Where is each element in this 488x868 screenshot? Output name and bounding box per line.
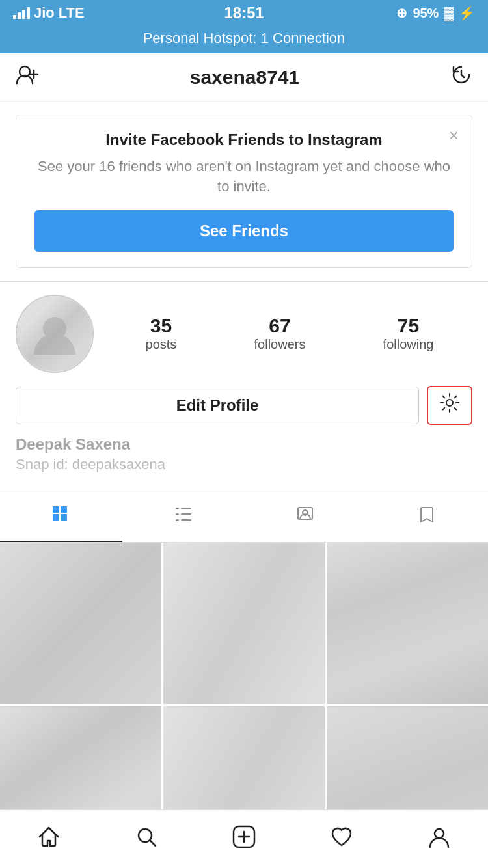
stats-row: 35 posts 67 followers 75 following	[107, 315, 472, 352]
status-left: Jio LTE	[13, 5, 85, 21]
profile-section: 35 posts 67 followers 75 following Edit …	[0, 282, 488, 480]
add-icon	[232, 825, 256, 854]
invite-close-button[interactable]: ×	[449, 126, 459, 146]
followers-count: 67	[254, 315, 306, 337]
tagged-icon	[295, 505, 315, 529]
profile-top: 35 posts 67 followers 75 following	[16, 295, 472, 373]
add-user-button[interactable]	[16, 65, 39, 89]
settings-gear-icon	[439, 392, 460, 418]
nav-profile-button[interactable]	[413, 820, 465, 859]
following-label: following	[383, 337, 434, 351]
nav-home-button[interactable]	[23, 820, 75, 859]
tab-list[interactable]	[122, 493, 245, 542]
svg-rect-7	[53, 514, 59, 521]
invite-description: See your 16 friends who aren't on Instag…	[34, 157, 454, 197]
edit-profile-row: Edit Profile	[16, 386, 472, 425]
hotspot-text: Personal Hotspot: 1 Connection	[143, 30, 346, 46]
settings-button[interactable]	[427, 386, 472, 425]
saved-icon	[417, 505, 437, 529]
charging-icon: ⚡	[459, 5, 475, 21]
svg-line-18	[150, 840, 156, 846]
invite-card: × Invite Facebook Friends to Instagram S…	[16, 115, 472, 268]
svg-rect-13	[176, 513, 179, 515]
grid-icon	[51, 505, 71, 529]
svg-rect-14	[176, 519, 179, 521]
nav-add-button[interactable]	[218, 820, 270, 859]
invite-title: Invite Facebook Friends to Instagram	[34, 131, 454, 149]
svg-point-4	[446, 400, 453, 406]
followers-stat[interactable]: 67 followers	[254, 315, 306, 352]
svg-rect-9	[181, 508, 191, 509]
svg-rect-10	[181, 513, 191, 515]
photo-cell[interactable]	[163, 543, 325, 704]
svg-rect-5	[53, 506, 59, 513]
hotspot-bar: Personal Hotspot: 1 Connection	[0, 26, 488, 53]
profile-handle: Snap id: deepaksaxena	[16, 456, 472, 473]
profile-name: Deepak Saxena	[16, 435, 472, 454]
svg-point-22	[435, 829, 444, 838]
close-icon: ×	[449, 126, 459, 145]
svg-rect-6	[61, 506, 67, 513]
tab-grid[interactable]	[0, 493, 122, 542]
tab-saved[interactable]	[366, 493, 489, 542]
status-bar: Jio LTE 18:51 ⊕ 95% ▓ ⚡	[0, 0, 488, 26]
nav-search-button[interactable]	[120, 820, 172, 859]
following-count: 75	[383, 315, 434, 337]
battery-icon: ▓	[444, 6, 454, 21]
svg-rect-8	[61, 514, 67, 521]
followers-label: followers	[254, 337, 306, 351]
tab-tagged[interactable]	[244, 493, 366, 542]
history-button[interactable]	[450, 64, 472, 90]
heart-icon	[330, 825, 353, 854]
nav-username: saxena8741	[190, 66, 300, 88]
posts-label: posts	[146, 337, 177, 351]
following-stat[interactable]: 75 following	[383, 315, 434, 352]
signal-icon	[13, 7, 30, 19]
location-icon: ⊕	[396, 5, 407, 21]
see-friends-button[interactable]: See Friends	[34, 210, 454, 252]
list-icon	[173, 505, 193, 529]
add-user-icon	[16, 67, 39, 88]
status-right: ⊕ 95% ▓ ⚡	[396, 5, 475, 21]
edit-profile-button[interactable]: Edit Profile	[16, 387, 419, 424]
photo-cell[interactable]	[0, 543, 161, 704]
top-nav: saxena8741	[0, 53, 488, 102]
bottom-nav	[0, 809, 488, 868]
posts-count: 35	[146, 315, 177, 337]
home-icon	[37, 825, 61, 854]
profile-icon	[427, 825, 451, 854]
battery-percent: 95%	[413, 6, 439, 21]
network-type: LTE	[59, 5, 85, 21]
svg-rect-12	[176, 508, 179, 509]
svg-rect-11	[181, 519, 191, 521]
history-icon	[450, 68, 472, 90]
avatar	[16, 295, 94, 373]
search-icon	[135, 825, 158, 854]
nav-activity-button[interactable]	[316, 820, 368, 859]
carrier-label: Jio	[34, 5, 55, 21]
status-time: 18:51	[224, 4, 264, 22]
tabs-row	[0, 493, 488, 543]
avatar-image	[17, 296, 92, 372]
posts-stat[interactable]: 35 posts	[146, 315, 177, 352]
photo-cell[interactable]	[327, 543, 488, 704]
